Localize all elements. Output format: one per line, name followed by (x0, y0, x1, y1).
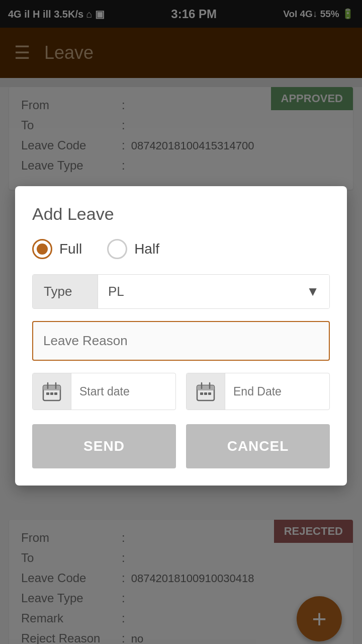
send-button[interactable]: SEND (32, 424, 176, 468)
chevron-down-icon: ▼ (306, 284, 319, 299)
svg-rect-5 (50, 392, 53, 395)
svg-rect-4 (46, 392, 49, 395)
radio-inner-full (37, 244, 48, 255)
leave-duration-radio-group: Full Half (32, 239, 330, 259)
end-date-input[interactable] (225, 377, 330, 407)
modal-overlay: Add Leave Full Half Type PL ▼ (0, 0, 362, 644)
end-date-icon-box (187, 373, 225, 410)
dialog-button-row: SEND CANCEL (32, 424, 330, 468)
radio-label-half: Half (134, 241, 159, 257)
radio-circle-half (107, 239, 127, 259)
leave-type-select[interactable]: PL ▼ (98, 275, 329, 308)
leave-reason-input[interactable] (33, 322, 329, 360)
svg-rect-11 (200, 392, 203, 395)
end-date-field (186, 373, 330, 410)
svg-rect-8 (197, 385, 214, 390)
start-date-icon-box (33, 373, 71, 410)
radio-label-full: Full (59, 241, 82, 257)
start-date-input[interactable] (71, 377, 176, 407)
radio-option-full[interactable]: Full (32, 239, 82, 259)
start-date-field (32, 373, 176, 410)
radio-option-half[interactable]: Half (107, 239, 159, 259)
calendar-end-icon (196, 381, 216, 401)
cancel-button[interactable]: CANCEL (186, 424, 330, 468)
svg-rect-1 (43, 385, 60, 390)
type-label: Type (33, 275, 98, 308)
calendar-start-icon (42, 381, 62, 401)
type-select-value: PL (108, 284, 124, 299)
leave-reason-container (32, 321, 330, 361)
svg-rect-12 (204, 392, 207, 395)
add-leave-dialog: Add Leave Full Half Type PL ▼ (15, 186, 347, 486)
svg-rect-6 (54, 392, 57, 395)
radio-circle-full (32, 239, 52, 259)
leave-type-dropdown-row: Type PL ▼ (32, 274, 330, 309)
svg-rect-13 (208, 392, 211, 395)
dialog-title: Add Leave (32, 204, 330, 224)
date-row (32, 373, 330, 410)
